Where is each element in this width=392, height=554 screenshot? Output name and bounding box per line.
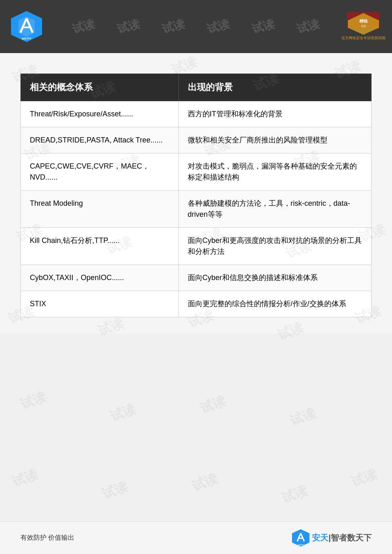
table-cell-concept: Threat Modeling bbox=[21, 191, 179, 228]
watermark-text: 试读 bbox=[100, 478, 130, 503]
table-cell-concept: DREAD,STRIDE,PASTA, Attack Tree...... bbox=[21, 127, 179, 154]
footer: 有效防护 价值输出 ANTIY 安天|智者数天下 bbox=[0, 521, 392, 554]
table-row: STIX面向更完整的综合性的情报分析/作业/交换的体系 bbox=[21, 291, 372, 317]
svg-text:精锐: 精锐 bbox=[359, 19, 368, 23]
table-row: CybOX,TAXII，OpenIOC......面向Cyber和信息交换的描述… bbox=[21, 265, 372, 291]
logo-area: ANTIY bbox=[0, 0, 53, 53]
watermark-text: 试读 bbox=[279, 482, 310, 507]
main-content: 相关的概念体系 出现的背景 Threat/Risk/Exposure/Asset… bbox=[0, 53, 392, 334]
antiy-logo-svg: ANTIY bbox=[10, 10, 43, 43]
table-row: Threat Modeling各种威胁建模的方法论，工具，risk-centri… bbox=[21, 191, 372, 228]
header: ANTIY 试读 试读 试读 试读 试读 试读 精锐 龙虎 安天网络安全专训营第… bbox=[0, 0, 392, 53]
table-cell-concept: CybOX,TAXII，OpenIOC...... bbox=[21, 265, 179, 291]
table-cell-background: 面向Cyber和信息交换的描述和标准体系 bbox=[178, 265, 371, 291]
table-cell-concept: Kill Chain,钻石分析,TTP...... bbox=[21, 228, 179, 265]
table-cell-concept: STIX bbox=[21, 291, 179, 317]
watermark-text: 试读 bbox=[189, 469, 220, 495]
watermark-text: 试读 bbox=[198, 392, 228, 418]
col2-header: 出现的背景 bbox=[178, 74, 371, 101]
table-cell-concept: CAPEC,CWE,CVE,CVRF，MAEC，NVD...... bbox=[21, 154, 179, 191]
brand-subtitle: 安天网络安全专训营第四期 bbox=[341, 36, 385, 41]
footer-logo-icon: ANTIY bbox=[292, 529, 310, 547]
watermark-text: 试读 bbox=[349, 465, 379, 491]
header-watermarks: 试读 试读 试读 试读 试读 试读 bbox=[53, 19, 339, 34]
header-wm-2: 试读 bbox=[116, 16, 142, 37]
footer-brand-text: 安天|智者数天下 bbox=[312, 532, 372, 543]
table-cell-concept: Threat/Risk/Exposure/Asset...... bbox=[21, 101, 179, 127]
table-cell-background: 西方的IT管理和标准化的背景 bbox=[178, 101, 371, 127]
table-row: DREAD,STRIDE,PASTA, Attack Tree......微软和… bbox=[21, 127, 372, 154]
brand-logo-svg: 精锐 龙虎 bbox=[347, 12, 380, 35]
watermark-text: 试读 bbox=[18, 388, 49, 414]
svg-text:ANTIY: ANTIY bbox=[22, 37, 32, 40]
header-wm-1: 试读 bbox=[71, 16, 97, 37]
header-wm-3: 试读 bbox=[160, 16, 187, 37]
concept-table: 相关的概念体系 出现的背景 Threat/Risk/Exposure/Asset… bbox=[20, 73, 372, 317]
table-cell-background: 各种威胁建模的方法论，工具，risk-centric，data-driven等等 bbox=[178, 191, 371, 228]
watermark-text: 试读 bbox=[10, 465, 40, 491]
header-brand: 精锐 龙虎 安天网络安全专训营第四期 bbox=[339, 6, 388, 47]
table-row: CAPEC,CWE,CVE,CVRF，MAEC，NVD......对攻击模式，脆… bbox=[21, 154, 372, 191]
table-cell-background: 面向更完整的综合性的情报分析/作业/交换的体系 bbox=[178, 291, 371, 317]
watermark-text: 试读 bbox=[287, 404, 318, 430]
svg-text:ANTIY: ANTIY bbox=[298, 544, 304, 546]
header-wm-4: 试读 bbox=[205, 16, 232, 37]
footer-brand: ANTIY 安天|智者数天下 bbox=[292, 529, 372, 547]
svg-text:龙虎: 龙虎 bbox=[361, 25, 366, 27]
col1-header: 相关的概念体系 bbox=[21, 74, 179, 101]
header-wm-5: 试读 bbox=[250, 16, 276, 37]
table-cell-background: 对攻击模式，脆弱点，漏洞等各种基础的安全元素的标定和描述结构 bbox=[178, 154, 371, 191]
watermark-text: 试读 bbox=[108, 400, 138, 426]
footer-tagline: 有效防护 价值输出 bbox=[20, 534, 74, 542]
table-row: Kill Chain,钻石分析,TTP......面向Cyber和更高强度的攻击… bbox=[21, 228, 372, 265]
table-cell-background: 面向Cyber和更高强度的攻击和对抗的场景的分析工具和分析方法 bbox=[178, 228, 371, 265]
table-row: Threat/Risk/Exposure/Asset......西方的IT管理和… bbox=[21, 101, 372, 127]
table-cell-background: 微软和相关安全厂商所推出的风险管理模型 bbox=[178, 127, 371, 154]
header-wm-6: 试读 bbox=[295, 16, 321, 37]
